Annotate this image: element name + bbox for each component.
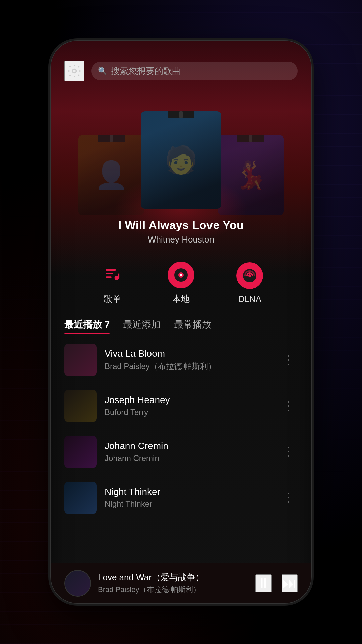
song-thumb-1: [64, 344, 97, 376]
svg-rect-3: [106, 276, 111, 278]
song-thumb-2: [64, 390, 97, 422]
track-artist: Whitney Houston: [51, 234, 311, 245]
search-icon: 🔍: [98, 67, 107, 75]
svg-rect-2: [106, 273, 113, 274]
album-art-2: 🧑: [141, 111, 221, 209]
more-button-1[interactable]: ⋮: [279, 350, 298, 370]
app-content: 🔍 搜索您想要的歌曲 👤 🧑 💃: [51, 41, 311, 603]
more-button-4[interactable]: ⋮: [279, 487, 298, 508]
playback-controls: ⏸ ⏭: [255, 574, 298, 592]
album-card-center[interactable]: 🧑: [141, 111, 221, 209]
nav-playlist[interactable]: 歌单: [99, 262, 126, 305]
nav-local-label: 本地: [172, 293, 190, 305]
song-thumb-3: [64, 436, 97, 468]
playlist-icon-circle: [99, 262, 126, 288]
vinyl-top-right: [237, 135, 264, 142]
song-item-4[interactable]: Night Thinker Night Thinker ⋮: [51, 475, 311, 521]
album-carousel: 👤 🧑 💃: [51, 95, 311, 209]
song-info-2: Joseph Heaney Buford Terry: [105, 395, 271, 417]
now-playing-bar[interactable]: Love and War（爱与战争） Brad Paisley（布拉德·帕斯利）…: [51, 563, 311, 603]
playlist-icon: [104, 266, 121, 284]
nav-dlna-label: DLNA: [238, 294, 261, 304]
song-artist-1: Brad Paisley（布拉德·帕斯利）: [105, 361, 271, 372]
person-silhouette-3: 💃: [218, 135, 284, 215]
settings-button[interactable]: [64, 61, 84, 81]
now-playing-info: Love and War（爱与战争） Brad Paisley（布拉德·帕斯利）: [98, 572, 249, 595]
tab-recent[interactable]: 最近播放 7: [64, 318, 110, 334]
phone-frame: 🔍 搜索您想要的歌曲 👤 🧑 💃: [50, 40, 312, 604]
now-playing-thumb: [64, 570, 91, 597]
song-thumb-4: [64, 482, 97, 514]
more-button-2[interactable]: ⋮: [279, 395, 298, 416]
dlna-icon-circle: [236, 262, 263, 289]
song-title-3: Johann Cremin: [105, 441, 271, 451]
nav-local[interactable]: 本地: [168, 262, 194, 305]
song-item-3[interactable]: Johann Cremin Johann Cremin ⋮: [51, 429, 311, 475]
nav-icons: 歌单 本地: [51, 245, 311, 315]
album-card-left[interactable]: 👤: [78, 135, 144, 215]
track-info: I Will Always Love You Whitney Houston: [51, 219, 311, 245]
person-silhouette-1: 👤: [78, 135, 144, 215]
song-title-2: Joseph Heaney: [105, 395, 271, 406]
now-playing-title: Love and War（爱与战争）: [98, 572, 249, 583]
song-item-1[interactable]: Viva La Bloom Brad Paisley（布拉德·帕斯利） ⋮: [51, 337, 311, 383]
dlna-icon: [242, 268, 258, 284]
song-item-2[interactable]: Joseph Heaney Buford Terry ⋮: [51, 383, 311, 429]
svg-point-9: [248, 274, 251, 277]
song-info-3: Johann Cremin Johann Cremin: [105, 441, 271, 463]
nav-playlist-label: 歌单: [104, 293, 121, 305]
svg-point-0: [73, 69, 76, 73]
album-card-right[interactable]: 💃: [218, 135, 284, 215]
tab-added[interactable]: 最近添加: [123, 318, 161, 334]
song-artist-2: Buford Terry: [105, 408, 271, 417]
tab-frequent[interactable]: 最常播放: [174, 318, 212, 334]
local-icon-circle: [168, 262, 194, 288]
song-info-1: Viva La Bloom Brad Paisley（布拉德·帕斯利）: [105, 348, 271, 372]
svg-point-4: [114, 276, 119, 280]
more-button-3[interactable]: ⋮: [279, 441, 298, 462]
search-placeholder-text: 搜索您想要的歌曲: [111, 65, 181, 77]
album-art-1: 👤: [78, 135, 144, 215]
track-title: I Will Always Love You: [51, 219, 311, 232]
song-artist-4: Night Thinker: [105, 499, 271, 509]
tabs-row: 最近播放 7 最近添加 最常播放: [51, 315, 311, 337]
gear-icon: [67, 64, 82, 78]
svg-rect-1: [106, 269, 116, 271]
svg-point-7: [180, 274, 182, 276]
vinyl-top-center: [168, 111, 194, 118]
pause-button[interactable]: ⏸: [255, 574, 272, 592]
person-silhouette-2: 🧑: [141, 111, 221, 209]
search-bar[interactable]: 🔍 搜索您想要的歌曲: [91, 62, 298, 80]
song-title-1: Viva La Bloom: [105, 348, 271, 359]
nav-dlna[interactable]: DLNA: [236, 262, 263, 304]
local-icon: [173, 267, 189, 283]
now-playing-artist: Brad Paisley（布拉德·帕斯利）: [98, 585, 249, 595]
album-art-3: 💃: [218, 135, 284, 215]
song-title-4: Night Thinker: [105, 487, 271, 497]
next-button[interactable]: ⏭: [282, 574, 298, 592]
song-info-4: Night Thinker Night Thinker: [105, 487, 271, 509]
song-artist-3: Johann Cremin: [105, 453, 271, 463]
header: 🔍 搜索您想要的歌曲: [51, 41, 311, 88]
vinyl-top-left: [98, 135, 125, 142]
